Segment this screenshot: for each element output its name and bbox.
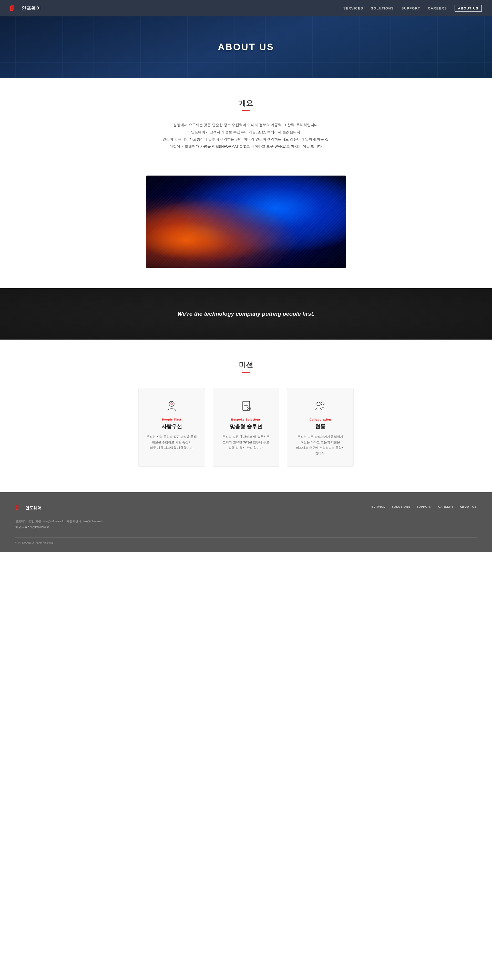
svg-point-12 (317, 402, 320, 406)
svg-rect-1 (11, 5, 14, 10)
mission-card-2: Bespoke Solutions 맞춤형 솔루션 우리의 모든 IT 서비스 … (213, 388, 279, 467)
tech-image (146, 175, 346, 268)
footer-copyright: © INFOWARE All rights reserved. (15, 541, 477, 544)
nav-link-about[interactable]: ABOUT US (455, 5, 482, 11)
footer-contact-1: 인포웨어 / 영업,지원 : info@infoware.kr / 세금계산서 … (15, 519, 104, 524)
footer-bottom: © INFOWARE All rights reserved. (15, 538, 477, 544)
footer-nav-about[interactable]: ABOUT US (460, 505, 477, 508)
mission-section: 미션 People First 사람우선 우리는 사람 중심의 접근 방식을 통… (0, 340, 492, 492)
svg-rect-5 (243, 401, 250, 410)
svg-rect-15 (16, 505, 18, 509)
footer: 인포웨어 인포웨어 / 영업,지원 : info@infoware.kr / 세… (0, 492, 492, 552)
nav-links: SERVICES SOLUTIONS SUPPORT CAREERS ABOUT… (343, 5, 482, 11)
hero-section: ABOUT US (0, 16, 492, 78)
nav-link-services[interactable]: SERVICES (343, 5, 363, 11)
footer-logo-icon (15, 505, 23, 511)
person-head-icon (164, 399, 179, 414)
footer-contacts: 인포웨어 / 영업,지원 : info@infoware.kr / 세금계산서 … (15, 519, 104, 530)
footer-top: 인포웨어 인포웨어 / 영업,지원 : info@infoware.kr / 세… (15, 505, 477, 530)
overview-section: 개요 경영에서 요구되는 것은 단순한 정보 수집력이 아니라 정보의 가공력,… (143, 78, 349, 165)
logo-icon (10, 5, 19, 12)
hero-title: ABOUT US (218, 42, 274, 52)
card-3-label: Collaboration (295, 418, 346, 421)
svg-point-3 (171, 402, 173, 405)
banner-section: We're the technology company putting peo… (0, 288, 492, 340)
overview-line-1: 경영에서 요구되는 것은 단순한 정보 수집력이 아니라 정보의 가공력, 조합… (149, 121, 343, 128)
overview-title: 개요 (239, 99, 253, 111)
card-3-title: 협동 (295, 423, 346, 430)
logo[interactable]: 인포웨어 (10, 5, 41, 12)
card-2-label: Bespoke Solutions (221, 418, 271, 421)
card-1-label: People First (146, 418, 197, 421)
navbar: 인포웨어 SERVICES SOLUTIONS SUPPORT CAREERS … (0, 0, 492, 16)
logo-text: 인포웨어 (22, 5, 41, 11)
overview-text: 경영에서 요구되는 것은 단순한 정보 수집력이 아니라 정보의 가공력, 조합… (149, 121, 343, 150)
footer-nav-solutions[interactable]: SOLUTIONS (392, 505, 410, 508)
card-1-title: 사람우선 (146, 423, 197, 430)
mission-card-1: People First 사람우선 우리는 사람 중심의 접근 방식을 통해정보… (139, 388, 205, 467)
nav-link-support[interactable]: SUPPORT (401, 5, 420, 11)
footer-left: 인포웨어 인포웨어 / 영업,지원 : info@infoware.kr / 세… (15, 505, 104, 530)
footer-nav-support[interactable]: SUPPORT (417, 505, 432, 508)
card-1-desc: 우리는 사람 중심의 접근 방식을 통해정보를 수집하고 사람 중심의업무 지원… (146, 434, 197, 451)
footer-nav: SERVICE SOLUTIONS SUPPORT CAREERS ABOUT … (371, 505, 477, 508)
card-3-desc: 우리는 모든 파트너에게 동일하게최선을 다하고 그들의 역할을비즈니스 요구에… (295, 434, 346, 456)
footer-logo: 인포웨어 (15, 505, 104, 511)
mission-cards: People First 사람우선 우리는 사람 중심의 접근 방식을 통해정보… (131, 388, 361, 467)
overview-line-3: 인간이 컴퓨터의 사고방식에 맞추어 생각하는 것이 아니라 인간이 생각하는대… (149, 135, 343, 143)
overview-line-2: 인포웨어가 고객사의 정보 수집부터 가공, 조합, 독해까지 돕겠습니다. (149, 128, 343, 135)
banner-text: We're the technology company putting peo… (177, 310, 314, 317)
footer-contact-2: 채용,교육 : hr@infoware.kr (15, 524, 104, 530)
footer-nav-careers[interactable]: CAREERS (438, 505, 454, 508)
card-2-title: 맞춤형 솔루션 (221, 423, 271, 430)
card-2-desc: 우리의 모든 IT 서비스 및 솔루션은고객의 고유한 과제를 염두에 두고실행… (221, 434, 271, 451)
footer-logo-text: 인포웨어 (25, 505, 41, 511)
footer-nav-service[interactable]: SERVICE (371, 505, 385, 508)
overview-line-4: 이것이 인포웨어가 사명을 정보(INFORMATION)로 시작하고 도구(W… (149, 143, 343, 150)
nav-link-solutions[interactable]: SOLUTIONS (371, 5, 393, 11)
mission-title: 미션 (239, 360, 253, 372)
mission-card-3: Collaboration 협동 우리는 모든 파트너에게 동일하게최선을 다하… (287, 388, 353, 467)
people-icon (313, 399, 328, 414)
document-icon (238, 399, 254, 414)
svg-point-13 (321, 402, 324, 405)
nav-link-careers[interactable]: CAREERS (428, 5, 447, 11)
tech-image-container (141, 175, 351, 268)
